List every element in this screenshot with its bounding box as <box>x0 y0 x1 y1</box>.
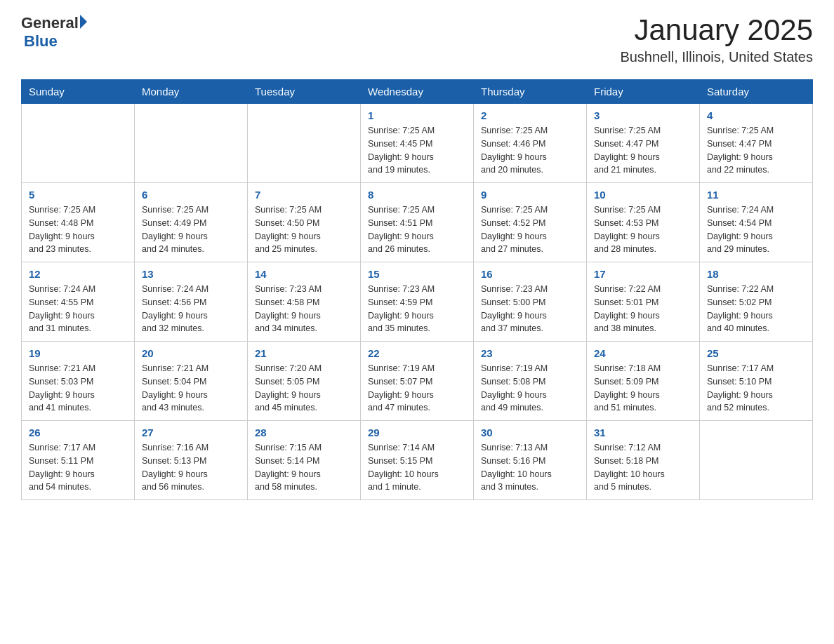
day-number: 12 <box>29 268 127 280</box>
calendar-cell: 7Sunrise: 7:25 AMSunset: 4:50 PMDaylight… <box>248 183 361 262</box>
page-header: General Blue January 2025 Bushnell, Illi… <box>21 14 813 65</box>
calendar-cell: 3Sunrise: 7:25 AMSunset: 4:47 PMDaylight… <box>587 104 700 183</box>
week-row-1: 1Sunrise: 7:25 AMSunset: 4:45 PMDaylight… <box>22 104 813 183</box>
day-info: Sunrise: 7:24 AMSunset: 4:56 PMDaylight:… <box>142 283 240 335</box>
day-info: Sunrise: 7:20 AMSunset: 5:05 PMDaylight:… <box>255 362 353 415</box>
day-number: 14 <box>255 268 353 280</box>
day-number: 13 <box>142 268 240 280</box>
calendar-cell: 4Sunrise: 7:25 AMSunset: 4:47 PMDaylight… <box>700 104 813 183</box>
day-info: Sunrise: 7:25 AMSunset: 4:47 PMDaylight:… <box>594 124 692 177</box>
day-info: Sunrise: 7:25 AMSunset: 4:48 PMDaylight:… <box>29 203 127 256</box>
day-info: Sunrise: 7:25 AMSunset: 4:53 PMDaylight:… <box>594 203 692 256</box>
calendar-cell: 13Sunrise: 7:24 AMSunset: 4:56 PMDayligh… <box>135 262 248 342</box>
day-number: 25 <box>707 347 805 359</box>
day-info: Sunrise: 7:21 AMSunset: 5:03 PMDaylight:… <box>29 362 127 415</box>
logo-blue-text: Blue <box>24 32 58 50</box>
day-number: 23 <box>481 347 579 359</box>
day-number: 22 <box>368 347 466 359</box>
subtitle: Bushnell, Illinois, United States <box>620 49 813 65</box>
day-number: 26 <box>29 427 127 438</box>
calendar-cell: 31Sunrise: 7:12 AMSunset: 5:18 PMDayligh… <box>587 421 700 500</box>
title-section: January 2025 Bushnell, Illinois, United … <box>620 14 813 65</box>
calendar-cell: 9Sunrise: 7:25 AMSunset: 4:52 PMDaylight… <box>474 183 587 262</box>
calendar-cell: 11Sunrise: 7:24 AMSunset: 4:54 PMDayligh… <box>700 183 813 262</box>
calendar-cell <box>22 104 135 183</box>
calendar-cell: 26Sunrise: 7:17 AMSunset: 5:11 PMDayligh… <box>22 421 135 500</box>
weekday-header-row: SundayMondayTuesdayWednesdayThursdayFrid… <box>22 80 813 104</box>
day-info: Sunrise: 7:25 AMSunset: 4:50 PMDaylight:… <box>255 203 353 256</box>
week-row-2: 5Sunrise: 7:25 AMSunset: 4:48 PMDaylight… <box>22 183 813 262</box>
calendar-cell: 8Sunrise: 7:25 AMSunset: 4:51 PMDaylight… <box>361 183 474 262</box>
calendar-cell: 27Sunrise: 7:16 AMSunset: 5:13 PMDayligh… <box>135 421 248 500</box>
calendar-cell: 2Sunrise: 7:25 AMSunset: 4:46 PMDaylight… <box>474 104 587 183</box>
day-info: Sunrise: 7:17 AMSunset: 5:11 PMDaylight:… <box>29 441 127 494</box>
day-number: 16 <box>481 268 579 280</box>
day-number: 10 <box>594 189 692 201</box>
day-number: 18 <box>707 268 805 280</box>
day-number: 21 <box>255 347 353 359</box>
calendar-cell: 17Sunrise: 7:22 AMSunset: 5:01 PMDayligh… <box>587 262 700 342</box>
day-number: 31 <box>594 427 692 438</box>
logo-arrow-icon <box>80 15 87 29</box>
day-info: Sunrise: 7:18 AMSunset: 5:09 PMDaylight:… <box>594 362 692 415</box>
weekday-header-friday: Friday <box>587 80 700 104</box>
calendar-cell <box>135 104 248 183</box>
day-info: Sunrise: 7:13 AMSunset: 5:16 PMDaylight:… <box>481 441 579 494</box>
day-number: 5 <box>29 189 127 201</box>
weekday-header-wednesday: Wednesday <box>361 80 474 104</box>
day-info: Sunrise: 7:21 AMSunset: 5:04 PMDaylight:… <box>142 362 240 415</box>
day-info: Sunrise: 7:22 AMSunset: 5:01 PMDaylight:… <box>594 283 692 335</box>
day-number: 6 <box>142 189 240 201</box>
day-number: 19 <box>29 347 127 359</box>
day-info: Sunrise: 7:17 AMSunset: 5:10 PMDaylight:… <box>707 362 805 415</box>
day-info: Sunrise: 7:25 AMSunset: 4:46 PMDaylight:… <box>481 124 579 177</box>
logo-general-text: General <box>21 14 79 32</box>
week-row-3: 12Sunrise: 7:24 AMSunset: 4:55 PMDayligh… <box>22 262 813 342</box>
day-number: 8 <box>368 189 466 201</box>
calendar-cell: 22Sunrise: 7:19 AMSunset: 5:07 PMDayligh… <box>361 342 474 421</box>
main-title: January 2025 <box>620 14 813 46</box>
calendar-cell: 23Sunrise: 7:19 AMSunset: 5:08 PMDayligh… <box>474 342 587 421</box>
day-number: 11 <box>707 189 805 201</box>
day-info: Sunrise: 7:14 AMSunset: 5:15 PMDaylight:… <box>368 441 466 494</box>
calendar-cell: 29Sunrise: 7:14 AMSunset: 5:15 PMDayligh… <box>361 421 474 500</box>
day-number: 17 <box>594 268 692 280</box>
calendar-cell: 19Sunrise: 7:21 AMSunset: 5:03 PMDayligh… <box>22 342 135 421</box>
logo: General Blue <box>21 14 87 51</box>
weekday-header-saturday: Saturday <box>700 80 813 104</box>
day-info: Sunrise: 7:19 AMSunset: 5:08 PMDaylight:… <box>481 362 579 415</box>
day-number: 7 <box>255 189 353 201</box>
week-row-5: 26Sunrise: 7:17 AMSunset: 5:11 PMDayligh… <box>22 421 813 500</box>
day-number: 1 <box>368 109 466 121</box>
day-info: Sunrise: 7:23 AMSunset: 4:58 PMDaylight:… <box>255 283 353 335</box>
day-number: 3 <box>594 109 692 121</box>
day-info: Sunrise: 7:25 AMSunset: 4:45 PMDaylight:… <box>368 124 466 177</box>
calendar-cell: 12Sunrise: 7:24 AMSunset: 4:55 PMDayligh… <box>22 262 135 342</box>
day-number: 9 <box>481 189 579 201</box>
day-number: 15 <box>368 268 466 280</box>
day-info: Sunrise: 7:19 AMSunset: 5:07 PMDaylight:… <box>368 362 466 415</box>
calendar-cell: 18Sunrise: 7:22 AMSunset: 5:02 PMDayligh… <box>700 262 813 342</box>
weekday-header-sunday: Sunday <box>22 80 135 104</box>
day-info: Sunrise: 7:24 AMSunset: 4:54 PMDaylight:… <box>707 203 805 256</box>
calendar-cell: 28Sunrise: 7:15 AMSunset: 5:14 PMDayligh… <box>248 421 361 500</box>
calendar-cell: 5Sunrise: 7:25 AMSunset: 4:48 PMDaylight… <box>22 183 135 262</box>
week-row-4: 19Sunrise: 7:21 AMSunset: 5:03 PMDayligh… <box>22 342 813 421</box>
calendar-cell: 16Sunrise: 7:23 AMSunset: 5:00 PMDayligh… <box>474 262 587 342</box>
calendar-cell: 24Sunrise: 7:18 AMSunset: 5:09 PMDayligh… <box>587 342 700 421</box>
day-number: 29 <box>368 427 466 438</box>
calendar-cell: 15Sunrise: 7:23 AMSunset: 4:59 PMDayligh… <box>361 262 474 342</box>
day-info: Sunrise: 7:16 AMSunset: 5:13 PMDaylight:… <box>142 441 240 494</box>
calendar-cell: 21Sunrise: 7:20 AMSunset: 5:05 PMDayligh… <box>248 342 361 421</box>
weekday-header-tuesday: Tuesday <box>248 80 361 104</box>
weekday-header-thursday: Thursday <box>474 80 587 104</box>
calendar-cell: 6Sunrise: 7:25 AMSunset: 4:49 PMDaylight… <box>135 183 248 262</box>
day-number: 30 <box>481 427 579 438</box>
day-info: Sunrise: 7:15 AMSunset: 5:14 PMDaylight:… <box>255 441 353 494</box>
calendar-table: SundayMondayTuesdayWednesdayThursdayFrid… <box>21 79 813 500</box>
day-number: 24 <box>594 347 692 359</box>
calendar-cell <box>700 421 813 500</box>
day-info: Sunrise: 7:22 AMSunset: 5:02 PMDaylight:… <box>707 283 805 335</box>
day-info: Sunrise: 7:25 AMSunset: 4:47 PMDaylight:… <box>707 124 805 177</box>
day-info: Sunrise: 7:25 AMSunset: 4:49 PMDaylight:… <box>142 203 240 256</box>
